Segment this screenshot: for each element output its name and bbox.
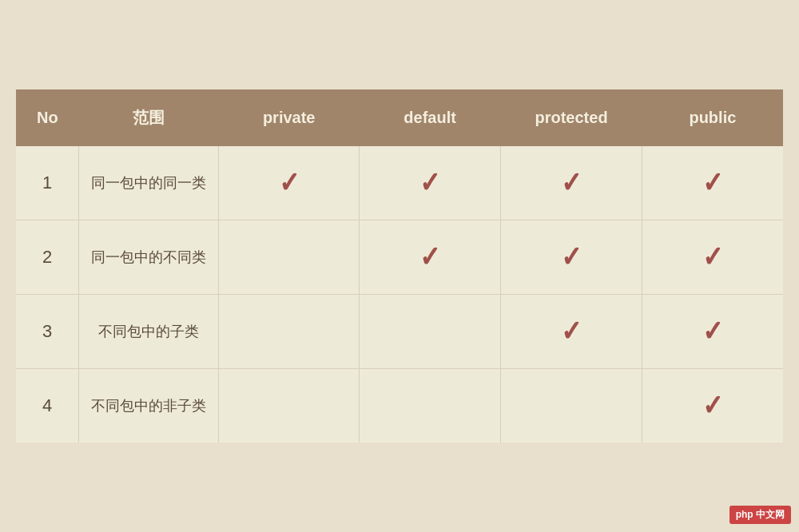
table-row: 3不同包中的子类✓✓ (16, 295, 783, 369)
table-row: 1同一包中的同一类✓✓✓✓ (16, 146, 783, 220)
cell-public: ✓ (642, 220, 783, 295)
cell-scope: 同一包中的同一类 (79, 146, 219, 220)
cell-protected (500, 369, 642, 443)
check-icon: ✓ (561, 317, 582, 346)
check-icon: ✓ (279, 169, 300, 197)
cell-default (360, 295, 500, 369)
check-icon: ✓ (702, 243, 723, 272)
access-modifier-table: No 范围 private default protected public 1… (16, 89, 783, 443)
header-default: default (360, 89, 500, 146)
cell-no: 4 (16, 369, 79, 443)
cell-public: ✓ (642, 146, 783, 220)
cell-private (218, 220, 359, 295)
check-icon: ✓ (561, 243, 582, 272)
cell-scope: 不同包中的非子类 (79, 369, 219, 443)
table-row: 2同一包中的不同类✓✓✓ (16, 220, 783, 295)
check-icon: ✓ (702, 169, 723, 197)
header-private: private (218, 89, 359, 146)
watermark-badge: php 中文网 (729, 506, 791, 524)
cell-scope: 同一包中的不同类 (79, 220, 219, 295)
check-icon: ✓ (561, 169, 582, 197)
cell-scope: 不同包中的子类 (79, 295, 219, 369)
header-public: public (642, 89, 783, 146)
cell-private: ✓ (218, 146, 359, 220)
header-no: No (16, 89, 79, 146)
cell-default: ✓ (360, 146, 500, 220)
cell-protected: ✓ (500, 295, 642, 369)
check-icon: ✓ (702, 317, 723, 346)
cell-no: 1 (16, 146, 79, 220)
cell-default (360, 369, 500, 443)
cell-private (218, 369, 359, 443)
check-icon: ✓ (419, 169, 440, 197)
cell-private (218, 295, 359, 369)
cell-public: ✓ (642, 369, 783, 443)
table-row: 4不同包中的非子类✓ (16, 369, 783, 443)
table-header-row: No 范围 private default protected public (16, 89, 783, 146)
header-protected: protected (500, 89, 642, 146)
check-icon: ✓ (702, 391, 723, 420)
check-icon: ✓ (419, 243, 440, 272)
cell-public: ✓ (642, 295, 783, 369)
cell-default: ✓ (360, 220, 500, 295)
cell-protected: ✓ (500, 220, 642, 295)
cell-no: 3 (16, 295, 79, 369)
header-scope: 范围 (79, 89, 219, 146)
cell-protected: ✓ (500, 146, 642, 220)
cell-no: 2 (16, 220, 79, 295)
